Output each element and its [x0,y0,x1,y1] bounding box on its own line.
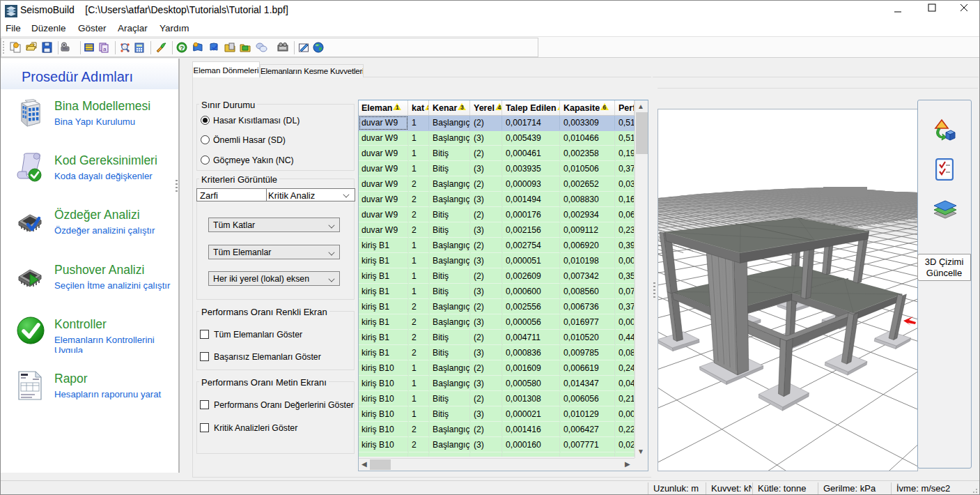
svg-text:?: ? [180,44,184,52]
svg-text:a: a [103,46,107,52]
